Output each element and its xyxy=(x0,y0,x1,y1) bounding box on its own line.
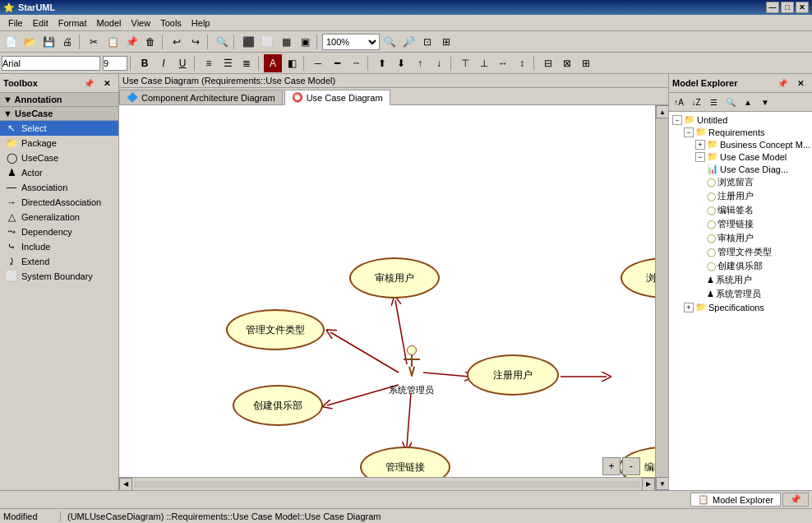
minimize-button[interactable]: — xyxy=(766,2,779,13)
tool-include[interactable]: ⤷ Include xyxy=(0,239,118,254)
tb-btn1[interactable]: ⬛ xyxy=(239,33,257,51)
expand-business-concept[interactable]: + xyxy=(695,140,705,150)
tb-btn3[interactable]: ▦ xyxy=(277,33,295,51)
tab-usecase-diagram[interactable]: ⭕ Use Case Diagram xyxy=(284,90,390,105)
vscroll-down[interactable]: ▼ xyxy=(656,477,668,490)
tree-item-specifications[interactable]: + 📁 Specifications xyxy=(671,301,810,313)
tree-item-sys-admin[interactable]: ♟ 系统管理员 xyxy=(671,287,810,301)
copy-button[interactable]: 📋 xyxy=(104,33,122,51)
usecase-审核用户[interactable]: 审核用户 xyxy=(349,257,440,299)
tool-select[interactable]: ↖ Select xyxy=(0,121,118,136)
italic-button[interactable]: I xyxy=(155,54,173,72)
canvas-zoom-in[interactable]: + xyxy=(602,457,621,475)
find-button[interactable]: 🔍 xyxy=(213,33,231,51)
line-btn3[interactable]: ╌ xyxy=(347,54,365,72)
fit-button[interactable]: ⊡ xyxy=(418,33,436,51)
move-back[interactable]: ⬇ xyxy=(392,54,410,72)
tool-usecase[interactable]: ◯ UseCase xyxy=(0,150,118,165)
print-button[interactable]: 🖨 xyxy=(58,33,76,51)
same-height[interactable]: ⊠ xyxy=(558,54,576,72)
usecase-注册用户[interactable]: 注册用户 xyxy=(467,354,559,396)
move-bwd[interactable]: ↓ xyxy=(430,54,448,72)
toolbox-section-usecase[interactable]: ▼ UseCase xyxy=(0,107,118,121)
me-close[interactable]: ✕ xyxy=(792,76,809,90)
cut-button[interactable]: ✂ xyxy=(85,33,103,51)
align-bottom[interactable]: ⊥ xyxy=(475,54,493,72)
tool-actor[interactable]: ♟ Actor xyxy=(0,165,118,180)
diagram-canvas[interactable]: 审核用户 浏览留言 管理文件类型 注册用户 创建俱乐部 管理 xyxy=(119,105,655,477)
fontsize-input[interactable] xyxy=(103,56,127,71)
tree-item-manage-link[interactable]: ◯ 管理链接 xyxy=(671,217,810,231)
me-pin[interactable]: 📌 xyxy=(774,76,791,90)
me-sort-desc[interactable]: ↓Z xyxy=(688,95,704,109)
menu-help[interactable]: Help xyxy=(187,16,215,30)
menu-view[interactable]: View xyxy=(127,16,156,30)
tree-item-requirements[interactable]: − 📁 Requirements xyxy=(671,126,810,138)
titlebar-controls[interactable]: — □ ✕ xyxy=(766,2,809,13)
line-btn1[interactable]: ─ xyxy=(309,54,327,72)
vscroll-up[interactable]: ▲ xyxy=(656,105,668,118)
me-filter[interactable]: ☰ xyxy=(705,95,722,109)
tree-item-untitled[interactable]: − 📁 Untitled xyxy=(671,113,810,126)
toolbox-section-annotation[interactable]: ▼ Annotation xyxy=(0,93,118,107)
delete-button[interactable]: 🗑 xyxy=(141,33,159,51)
underline-button[interactable]: U xyxy=(173,54,191,72)
move-front[interactable]: ⬆ xyxy=(373,54,391,72)
menu-model[interactable]: Model xyxy=(92,16,127,30)
hscroll-track[interactable] xyxy=(134,481,640,488)
tree-item-edit-sig[interactable]: ◯ 编辑签名 xyxy=(671,203,810,217)
bold-button[interactable]: B xyxy=(136,54,154,72)
tb-btn2[interactable]: ⬜ xyxy=(258,33,276,51)
menu-format[interactable]: Format xyxy=(53,16,92,30)
tab-component-diagram[interactable]: 🔷 Component Architecture Diagram xyxy=(119,90,283,104)
same-size[interactable]: ⊞ xyxy=(577,54,595,72)
tool-generalization[interactable]: △ Generalization xyxy=(0,210,118,224)
fill-btn[interactable]: ◧ xyxy=(283,54,301,72)
redo-button[interactable]: ↪ xyxy=(187,33,205,51)
tree-item-business-concept[interactable]: + 📁 Business Concept M... xyxy=(671,138,810,150)
zoom-btn2[interactable]: ⊞ xyxy=(437,33,455,51)
expand-untitled[interactable]: − xyxy=(672,115,682,125)
tool-system-boundary[interactable]: ⬜ System Boundary xyxy=(0,269,118,284)
actor-系统管理员[interactable]: 系统管理员 xyxy=(389,345,434,396)
line-btn2[interactable]: ━ xyxy=(328,54,346,72)
zoom-out-button[interactable]: 🔎 xyxy=(399,33,418,51)
close-button[interactable]: ✕ xyxy=(796,2,809,13)
expand-usecase-model[interactable]: − xyxy=(695,152,705,162)
save-button[interactable]: 💾 xyxy=(39,33,58,51)
bottom-tab-pin[interactable]: 📌 xyxy=(782,493,809,507)
menu-tools[interactable]: Tools xyxy=(155,16,187,30)
hscroll-right[interactable]: ▶ xyxy=(642,478,655,491)
bottom-tab-model-explorer[interactable]: 📋 Model Explorer xyxy=(690,493,781,507)
same-width[interactable]: ⊟ xyxy=(539,54,557,72)
maximize-button[interactable]: □ xyxy=(781,2,794,13)
align-center[interactable]: ☰ xyxy=(219,54,237,72)
usecase-创建俱乐部[interactable]: 创建俱乐部 xyxy=(233,385,323,426)
hscroll-left[interactable]: ◀ xyxy=(119,478,132,491)
me-search[interactable]: 🔍 xyxy=(722,95,739,109)
usecase-浏览留言[interactable]: 浏览留言 xyxy=(621,257,655,299)
usecase-管理链接[interactable]: 管理链接 xyxy=(360,447,450,477)
toolbox-pin[interactable]: 📌 xyxy=(81,76,97,90)
dist-v[interactable]: ↕ xyxy=(513,54,531,72)
expand-requirements[interactable]: − xyxy=(684,127,694,137)
tree-item-create-club[interactable]: ◯ 创建俱乐部 xyxy=(671,259,810,273)
align-top[interactable]: ⊤ xyxy=(456,54,474,72)
tool-extend[interactable]: ⤸ Extend xyxy=(0,254,118,269)
tree-item-usecase-model[interactable]: − 📁 Use Case Model xyxy=(671,150,810,163)
usecase-管理文件类型[interactable]: 管理文件类型 xyxy=(226,309,325,350)
tool-directed-association[interactable]: → DirectedAssociation xyxy=(0,195,118,210)
tree-item-review-user[interactable]: ◯ 审核用户 xyxy=(671,231,810,245)
undo-button[interactable]: ↩ xyxy=(168,33,186,51)
move-fwd[interactable]: ↑ xyxy=(411,54,429,72)
tree-item-usecase-diag[interactable]: 📊 Use Case Diag... xyxy=(671,163,810,175)
tool-dependency[interactable]: ⤳ Dependency xyxy=(0,224,118,239)
dist-h[interactable]: ↔ xyxy=(494,54,512,72)
me-sort-asc[interactable]: ↑A xyxy=(671,95,687,109)
tool-association[interactable]: — Association xyxy=(0,180,118,195)
font-input[interactable] xyxy=(2,56,100,71)
tree-item-manage-file[interactable]: ◯ 管理文件类型 xyxy=(671,245,810,259)
align-left[interactable]: ≡ xyxy=(200,54,218,72)
tree-item-register[interactable]: ◯ 注册用户 xyxy=(671,189,810,203)
vscroll-track[interactable] xyxy=(656,118,668,477)
